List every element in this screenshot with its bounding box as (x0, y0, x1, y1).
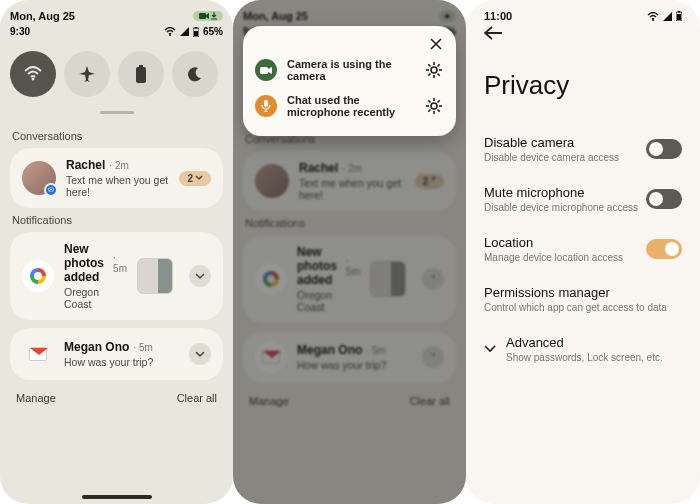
battery-icon (136, 65, 146, 83)
conversation-notification[interactable]: ✉ Rachel · 2m Text me when you get here!… (10, 148, 223, 208)
setting-subtitle: Show passwords, Lock screen, etc. (506, 352, 663, 363)
gmail-notification[interactable]: Megan Ono · 5m How was your trip? (10, 328, 223, 380)
setting-subtitle: Disable device microphone access (484, 202, 638, 213)
status-time: 9:30 (10, 26, 30, 37)
moon-icon (187, 66, 203, 82)
status-right-icons (193, 11, 223, 21)
microphone-icon (255, 95, 277, 117)
setting-advanced[interactable]: Advanced Show passwords, Lock screen, et… (484, 325, 682, 375)
gmail-from: Megan Ono (64, 340, 129, 354)
manage-button[interactable]: Manage (16, 392, 56, 404)
messaging-app-badge-icon: ✉ (44, 183, 58, 197)
wifi-icon (647, 12, 659, 21)
battery-icon (193, 27, 199, 37)
sensor-active-pill[interactable] (193, 11, 223, 21)
svg-rect-8 (260, 67, 268, 74)
airplane-icon (78, 65, 96, 83)
svg-rect-31 (677, 14, 681, 20)
svg-rect-3 (195, 27, 197, 29)
conversation-meta: 2m (115, 160, 129, 171)
clear-all-button[interactable]: Clear all (177, 392, 217, 404)
setting-title: Advanced (506, 335, 663, 350)
setting-subtitle: Manage device location access (484, 252, 623, 263)
chevron-down-icon (484, 345, 496, 353)
svg-line-25 (438, 110, 440, 112)
status-bar: 11:00 (484, 10, 682, 22)
chevron-down-icon (195, 351, 205, 358)
qs-dnd[interactable] (172, 51, 218, 97)
svg-point-9 (431, 67, 437, 73)
photos-subtitle: Oregon Coast (64, 286, 127, 310)
setting-title: Mute microphone (484, 185, 638, 200)
back-button[interactable] (484, 26, 682, 40)
gmail-preview: How was your trip? (64, 356, 173, 368)
toggle-disable-camera[interactable] (646, 139, 682, 159)
svg-line-14 (428, 64, 430, 66)
photos-notification[interactable]: New photos added · 5m Oregon Coast (10, 232, 223, 320)
notification-shade-panel: Mon, Aug 25 9:30 65% (0, 0, 233, 504)
battery-percent: 65% (203, 26, 223, 37)
setting-title: Location (484, 235, 623, 250)
svg-point-5 (32, 78, 35, 81)
nav-bar (10, 490, 223, 504)
toggle-location[interactable] (646, 239, 682, 259)
svg-rect-0 (199, 13, 206, 19)
qs-wifi[interactable] (10, 51, 56, 97)
setting-location[interactable]: Location Manage device location access (484, 225, 682, 275)
shade-footer: Manage Clear all (16, 392, 217, 404)
camera-settings-button[interactable] (424, 60, 444, 80)
setting-permissions-manager[interactable]: Permissions manager Control which app ca… (484, 275, 682, 325)
photos-title: New photos added (64, 242, 109, 284)
status-subrow: 9:30 65% (10, 26, 223, 37)
chevron-down-icon (195, 175, 203, 181)
setting-mute-microphone[interactable]: Mute microphone Disable device microphon… (484, 175, 682, 225)
photos-app-icon (22, 260, 54, 292)
battery-icon (676, 11, 682, 21)
unread-count: 2 (187, 173, 193, 184)
svg-point-28 (652, 19, 654, 21)
setting-title: Disable camera (484, 135, 619, 150)
svg-rect-6 (136, 67, 146, 83)
section-conversations: Conversations (12, 130, 221, 142)
mic-usage-row[interactable]: Chat used the microphone recently (253, 88, 446, 124)
wifi-icon (23, 66, 43, 82)
svg-point-1 (169, 34, 171, 36)
expand-button[interactable] (189, 265, 211, 287)
close-icon (430, 38, 442, 50)
avatar: ✉ (22, 161, 56, 195)
shade-drag-handle[interactable] (100, 111, 134, 114)
qs-battery-saver[interactable] (118, 51, 164, 97)
toggle-mute-microphone[interactable] (646, 189, 682, 209)
status-date: Mon, Aug 25 (10, 10, 75, 22)
status-time: 11:00 (484, 10, 512, 22)
svg-line-26 (438, 100, 440, 102)
svg-line-17 (428, 74, 430, 76)
svg-point-19 (431, 103, 437, 109)
setting-subtitle: Control which app can get access to data (484, 302, 682, 313)
mic-settings-button[interactable] (424, 96, 444, 116)
photos-thumbnail (137, 258, 173, 294)
close-button[interactable] (426, 34, 446, 54)
svg-rect-30 (678, 11, 680, 13)
unread-badge[interactable]: 2 (179, 171, 211, 186)
chevron-down-icon (195, 273, 205, 280)
svg-rect-7 (139, 65, 143, 67)
wifi-icon (164, 27, 176, 36)
qs-airplane[interactable] (64, 51, 110, 97)
setting-subtitle: Disable device camera access (484, 152, 619, 163)
gesture-handle[interactable] (82, 495, 152, 499)
svg-rect-4 (194, 31, 198, 36)
svg-line-16 (438, 64, 440, 66)
camera-usage-text: Camera is using the camera (287, 58, 414, 82)
gmail-meta: 5m (139, 342, 153, 353)
quick-settings-row (10, 51, 223, 97)
gear-icon (426, 98, 442, 114)
setting-disable-camera[interactable]: Disable camera Disable device camera acc… (484, 125, 682, 175)
download-icon (211, 12, 217, 20)
camera-usage-row[interactable]: Camera is using the camera (253, 52, 446, 88)
status-bar: Mon, Aug 25 (10, 10, 223, 22)
privacy-indicator-panel: Mon, Aug 25● 9:3065% Conversations Rache… (233, 0, 466, 504)
expand-button[interactable] (189, 343, 211, 365)
signal-icon (180, 27, 189, 36)
conversation-name: Rachel (66, 158, 105, 172)
